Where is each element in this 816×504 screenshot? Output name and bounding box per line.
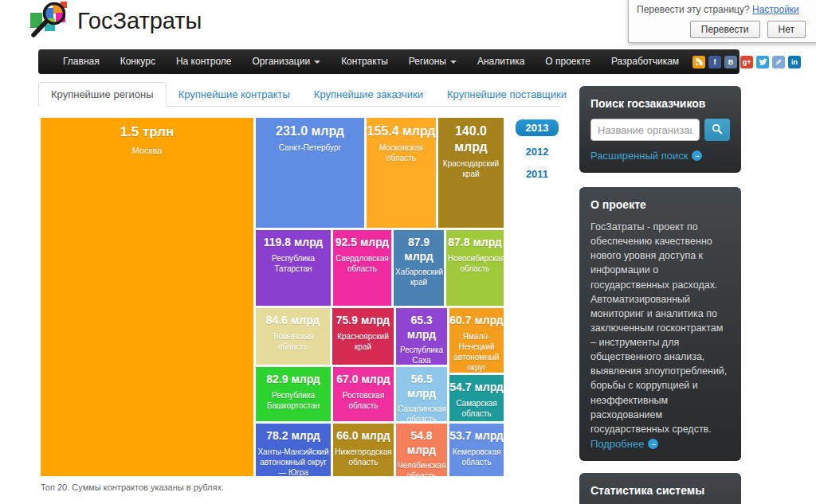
treemap-cell-samara[interactable]: 54.7 млрдСамарская область <box>449 375 504 421</box>
search-box: Поиск госзаказчиков Расширенный поиск → <box>579 86 741 173</box>
treemap-cell-khabarovsk[interactable]: 87.9 млрдХабаровский край <box>394 230 444 306</box>
tab-largest-contracts[interactable]: Крупнейшие контракты <box>167 83 302 106</box>
cell-value: 53.7 млрд <box>449 429 504 443</box>
cell-name: Красноярский край <box>332 331 394 352</box>
cell-value: 54.7 млрд <box>449 381 504 395</box>
treemap-cell-kemerovo[interactable]: 53.7 млрдКемеровская область <box>449 424 504 476</box>
year-2013-button[interactable]: 2013 <box>516 119 559 136</box>
year-selector: 2013 2012 2011 <box>514 119 560 190</box>
nav-item-analytics[interactable]: Аналитика <box>467 49 535 74</box>
cell-name: Свердловская область <box>333 253 391 274</box>
nav-item-regions[interactable]: Регионы <box>398 49 467 74</box>
site-logo[interactable]: ГосЗатраты <box>28 0 202 41</box>
cell-name: Московская область <box>367 143 436 163</box>
treemap-cell-spb[interactable]: 231.0 млрдСанкт-Петербург <box>256 118 364 228</box>
treemap-cell-novosibirsk[interactable]: 87.8 млрдНовосибирская область <box>446 230 504 306</box>
treemap-cell-sakha[interactable]: 65.3 млрдРеспублика Саха (Якутия) <box>396 308 447 365</box>
cell-name: Тюменская область <box>256 331 330 352</box>
main-navbar: Главная Конкурс На контроле Организации … <box>38 49 740 74</box>
nav-item-home[interactable]: Главная <box>53 49 110 74</box>
cell-name: Санкт-Петербург <box>256 143 364 153</box>
cell-value: 87.8 млрд <box>446 236 504 250</box>
cell-value: 140.0 млрд <box>438 123 504 155</box>
translate-settings-link[interactable]: Настройки <box>752 4 799 15</box>
treemap-cell-tatarstan[interactable]: 119.8 млрдРеспублика Татарстан <box>256 230 331 306</box>
cell-name: Ямало-Ненецкий автономный округ <box>449 331 504 373</box>
cell-name: Нижегородская область <box>333 447 394 467</box>
cell-value: 87.9 млрд <box>394 236 444 264</box>
cell-name: Челябинская область <box>396 460 447 476</box>
about-box: О проекте ГосЗатраты - проект по обеспеч… <box>579 187 741 461</box>
nav-item-control[interactable]: На контроле <box>166 49 242 74</box>
tab-largest-suppliers[interactable]: Крупнейшие поставщики <box>435 83 579 106</box>
translate-button[interactable]: Перевести <box>690 21 760 38</box>
treemap-cell-bashkortostan[interactable]: 82.9 млрдРеспублика Башкортостан <box>256 367 331 421</box>
year-2012-link[interactable]: 2012 <box>514 146 560 158</box>
vk-icon[interactable]: B <box>724 56 737 68</box>
cell-name: Республика Башкортостан <box>256 390 331 411</box>
nav-item-organizations[interactable]: Организации <box>242 49 332 74</box>
treemap-cell-sverdlovsk[interactable]: 92.5 млрдСвердловская область <box>333 230 391 306</box>
cell-name: Сахалинская область <box>396 404 447 421</box>
cell-value: 78.2 млрд <box>256 429 331 443</box>
linkedin-icon[interactable]: in <box>788 56 801 68</box>
about-more-link[interactable]: Подробнее → <box>590 438 658 450</box>
nav-item-konkurs[interactable]: Конкурс <box>110 49 166 74</box>
regions-treemap: 1.5 трлнМосква 231.0 млрдСанкт-Петербург… <box>41 118 504 478</box>
cell-value: 56.5 млрд <box>396 373 447 400</box>
treemap-cell-krasnoyarsk[interactable]: 75.9 млрдКрасноярский край <box>332 308 394 365</box>
about-more-label: Подробнее <box>590 438 644 450</box>
chart-note: Топ 20. Суммы контрактов указаны в рубля… <box>41 483 224 492</box>
treemap-cell-moscow-region[interactable]: 155.4 млрдМосковская область <box>367 118 436 228</box>
treemap-cell-chelyabinsk[interactable]: 54.8 млрдЧелябинская область <box>396 424 447 476</box>
cell-value: 75.9 млрд <box>332 314 394 328</box>
treemap-cell-khanty-mansi[interactable]: 78.2 млрдХанты-Мансийский автономный окр… <box>256 424 331 476</box>
treemap-cell-nizhny-novgorod[interactable]: 66.0 млрдНижегородская область <box>333 424 394 476</box>
treemap-cell-krasnodar[interactable]: 140.0 млрдКраснодарский край <box>438 118 504 228</box>
cell-value: 82.9 млрд <box>256 373 331 387</box>
facebook-icon[interactable]: f <box>708 56 721 68</box>
search-button[interactable] <box>704 119 730 141</box>
twitter-icon[interactable] <box>756 56 769 68</box>
sidebar: Поиск госзаказчиков Расширенный поиск → … <box>579 86 741 504</box>
stats-box-title: Статистика системы <box>590 484 730 497</box>
cell-value: 60.7 млрд <box>449 314 504 328</box>
cell-value: 92.5 млрд <box>333 236 391 250</box>
nav-item-about[interactable]: О проекте <box>535 49 601 74</box>
year-2011-link[interactable]: 2011 <box>514 168 560 180</box>
search-icon <box>712 123 723 137</box>
cell-name: Хабаровский край <box>394 267 444 287</box>
rss-icon[interactable] <box>692 56 705 68</box>
cell-name: Республика Татарстан <box>256 253 331 274</box>
translate-no-button[interactable]: Нет <box>767 21 806 38</box>
cell-value: 67.0 млрд <box>333 373 394 387</box>
tab-largest-customers[interactable]: Крупнейшие заказчики <box>302 83 435 106</box>
livejournal-icon[interactable] <box>772 56 785 68</box>
nav-item-contracts[interactable]: Контракты <box>331 49 398 74</box>
about-text: ГосЗатраты - проект по обеспечению качес… <box>590 220 730 436</box>
cell-value: 231.0 млрд <box>256 123 364 139</box>
about-box-title: О проекте <box>590 198 730 211</box>
search-input[interactable] <box>590 119 700 141</box>
treemap-cell-tyumen[interactable]: 84.6 млрдТюменская область <box>256 308 330 365</box>
advanced-search-link[interactable]: Расширенный поиск → <box>590 150 702 162</box>
treemap-cell-rostov[interactable]: 67.0 млрдРостовская область <box>333 367 394 421</box>
arrow-right-icon: → <box>692 150 702 161</box>
cell-name: Краснодарский край <box>438 158 504 179</box>
treemap-cell-sakhalin[interactable]: 56.5 млрдСахалинская область <box>396 367 447 421</box>
cell-value: 119.8 млрд <box>256 236 331 250</box>
nav-item-developers[interactable]: Разработчикам <box>601 49 689 74</box>
cell-name: Кемеровская область <box>449 447 504 467</box>
treemap-cell-yamalo-nenets[interactable]: 60.7 млрдЯмало-Ненецкий автономный округ <box>449 308 504 373</box>
cell-value: 66.0 млрд <box>333 429 394 443</box>
cell-name: Республика Саха (Якутия) <box>396 345 447 365</box>
tab-largest-regions[interactable]: Крупнейшие регионы <box>38 82 167 107</box>
treemap-cell-moscow[interactable]: 1.5 трлнМосква <box>41 118 253 476</box>
cell-value: 54.8 млрд <box>396 429 447 457</box>
cell-name: Ростовская область <box>333 390 394 411</box>
cell-name: Новосибирская область <box>446 253 504 274</box>
google-plus-icon[interactable]: g+ <box>740 56 753 68</box>
logo-text: ГосЗатраты <box>77 8 202 34</box>
cell-name: Москва <box>41 145 253 156</box>
cell-value: 84.6 млрд <box>256 314 330 328</box>
